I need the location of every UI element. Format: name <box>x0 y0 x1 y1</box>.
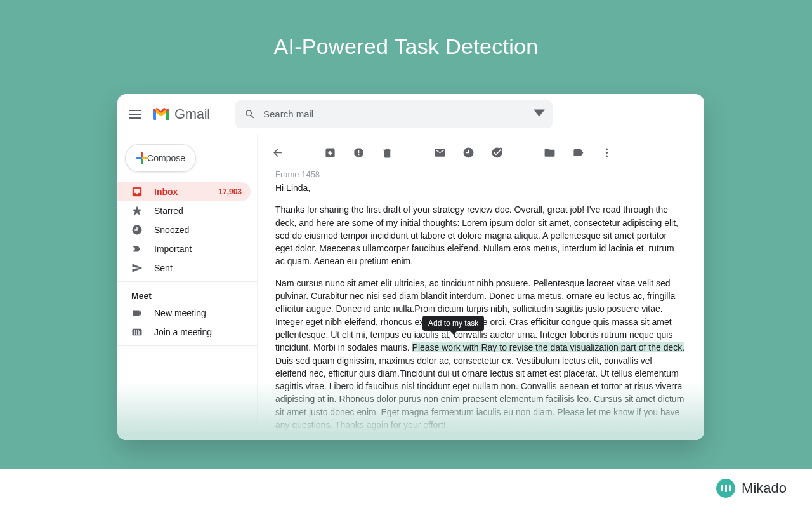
plus-icon <box>136 152 141 164</box>
p2-post: Duis sed quam dignissim, maximus dolor a… <box>275 356 684 430</box>
divider <box>117 281 257 282</box>
frame-label: Frame 1458 <box>275 170 685 179</box>
brand-name: Mikado <box>742 480 787 497</box>
gmail-window: Gmail Search mail Compose Inbox 17,903 <box>117 94 704 440</box>
paragraph-1: Thanks for sharing the first draft of yo… <box>275 203 685 267</box>
sidebar-item-sent[interactable]: Sent <box>117 258 251 277</box>
compose-button[interactable]: Compose <box>125 144 196 172</box>
compose-label: Compose <box>147 153 185 163</box>
clock-icon <box>131 224 143 236</box>
mikado-logo-icon <box>716 479 735 498</box>
sidebar-item-label: Important <box>154 244 192 254</box>
sidebar-item-snoozed[interactable]: Snoozed <box>117 220 251 239</box>
inbox-icon <box>131 186 143 197</box>
sidebar-item-label: Snoozed <box>154 225 189 235</box>
sidebar: Compose Inbox 17,903 Starred Snoozed <box>117 134 257 440</box>
send-icon <box>131 262 143 274</box>
gmail-m-icon <box>152 107 171 121</box>
gmail-logo[interactable]: Gmail <box>152 106 210 123</box>
sidebar-item-important[interactable]: Important <box>117 239 251 258</box>
svg-point-1 <box>606 148 608 150</box>
search-icon <box>244 109 256 120</box>
sidebar-item-label: Sent <box>154 263 173 273</box>
delete-button[interactable] <box>381 147 393 159</box>
sidebar-item-label: Inbox <box>154 187 178 197</box>
keyboard-icon <box>131 326 143 338</box>
hero-title: AI-Powered Task Detection <box>0 0 812 59</box>
greeting: Hi Linda, <box>275 182 685 194</box>
snooze-button[interactable] <box>462 147 475 159</box>
svg-point-2 <box>606 151 608 153</box>
sidebar-item-label: New meeting <box>154 308 206 318</box>
mail-pane: Frame 1458 Hi Linda, Thanks for sharing … <box>257 134 704 440</box>
report-spam-button[interactable] <box>353 147 365 159</box>
add-to-task-tooltip[interactable]: Add to my task <box>422 316 484 331</box>
back-button[interactable] <box>272 147 284 159</box>
gmail-header: Gmail Search mail <box>117 94 704 134</box>
search-placeholder: Search mail <box>263 109 313 119</box>
menu-icon[interactable] <box>129 110 141 119</box>
search-options-icon[interactable] <box>534 107 545 121</box>
sidebar-item-new-meeting[interactable]: New meeting <box>117 304 251 323</box>
search-input[interactable]: Search mail <box>235 100 553 128</box>
sidebar-item-starred[interactable]: Starred <box>117 201 251 220</box>
meet-heading: Meet <box>117 286 257 304</box>
sidebar-item-join-meeting[interactable]: Join a meeting <box>117 323 251 342</box>
archive-button[interactable] <box>324 147 336 159</box>
divider <box>117 345 257 346</box>
add-to-tasks-button[interactable] <box>491 147 503 159</box>
highlighted-task[interactable]: Please work with Ray to revise the data … <box>412 342 685 352</box>
sidebar-item-inbox[interactable]: Inbox 17,903 <box>117 182 251 201</box>
important-icon <box>131 243 143 255</box>
move-to-button[interactable] <box>544 147 556 159</box>
more-button[interactable] <box>601 147 613 159</box>
gmail-wordmark: Gmail <box>174 106 210 123</box>
mail-toolbar <box>258 137 704 168</box>
mark-unread-button[interactable] <box>434 147 446 159</box>
paragraph-2: Nam cursus nunc sit amet elit ultricies,… <box>275 277 685 432</box>
inbox-count: 17,903 <box>218 187 242 196</box>
star-icon <box>131 205 143 217</box>
brand-footer: Mikado <box>0 469 812 508</box>
labels-button[interactable] <box>572 147 584 159</box>
email-body: Frame 1458 Hi Linda, Thanks for sharing … <box>258 168 704 440</box>
sidebar-item-label: Starred <box>154 206 183 216</box>
sidebar-item-label: Join a meeting <box>154 327 212 337</box>
svg-point-3 <box>606 155 608 157</box>
video-icon <box>131 307 143 319</box>
